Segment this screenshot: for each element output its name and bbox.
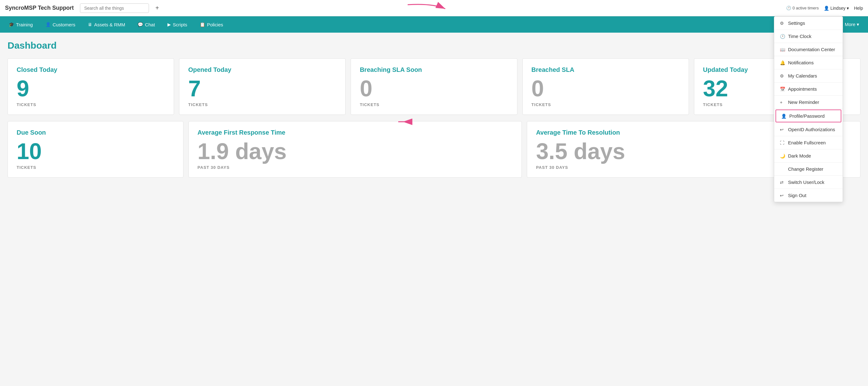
- dropdown-item-documentation[interactable]: 📖 Documentation Center: [774, 43, 843, 56]
- card-title: Due Soon: [17, 129, 174, 136]
- dropdown-item-fullscreen[interactable]: ⛶ Enable Fullscreen: [774, 136, 843, 149]
- card-opened-today[interactable]: Opened Today 7 TICKETS: [179, 58, 346, 115]
- card-title: Average First Response Time: [197, 129, 513, 136]
- card-closed-today[interactable]: Closed Today 9 TICKETS: [7, 58, 174, 115]
- timer-icon: 🕐: [786, 6, 791, 10]
- card-number: 0: [531, 77, 680, 100]
- dashboard-title: Dashboard: [7, 40, 861, 51]
- active-timers[interactable]: 🕐 0 active timers: [786, 6, 819, 10]
- dropdown-item-change-register[interactable]: Change Register: [774, 162, 843, 176]
- settings-icon: ⚙: [780, 21, 785, 26]
- app-title: SyncroMSP Tech Support: [5, 5, 74, 11]
- bell-icon: 🔔: [780, 60, 785, 65]
- navbar: 🎓 Training 👤 Customers 🖥 Assets & RMM 💬 …: [0, 16, 868, 33]
- chevron-down-icon: ▾: [847, 6, 849, 11]
- book-icon: 📖: [780, 47, 785, 52]
- card-due-soon[interactable]: Due Soon 10 TICKETS: [7, 121, 183, 178]
- dropdown-item-appointments[interactable]: 📅 Appointments: [774, 83, 843, 96]
- card-breached-sla[interactable]: Breached SLA 0 TICKETS: [522, 58, 689, 115]
- dropdown-item-notifications[interactable]: 🔔 Notifications: [774, 56, 843, 69]
- add-button[interactable]: +: [153, 3, 161, 13]
- card-number: 1.9 days: [197, 140, 513, 162]
- card-subtitle: PAST 30 DAYS: [197, 165, 513, 170]
- stat-cards-row2: Due Soon 10 TICKETS Average First Respon…: [7, 121, 861, 178]
- calendar-gear-icon: ⚙: [780, 73, 785, 79]
- dropdown-item-settings[interactable]: ⚙ Settings: [774, 17, 843, 30]
- openid-icon: ↩: [780, 127, 785, 132]
- card-title: Opened Today: [188, 66, 337, 73]
- switch-user-icon: ⇄: [780, 180, 785, 185]
- main-content: Dashboard Closed Today 9 TICKETS Opened …: [0, 33, 868, 185]
- dropdown-item-profile-password[interactable]: 👤 Profile/Password: [775, 110, 841, 122]
- card-number: 9: [17, 77, 165, 100]
- nav-item-training[interactable]: 🎓 Training: [2, 16, 39, 33]
- profile-icon: 👤: [781, 114, 786, 119]
- dropdown-item-dark-mode[interactable]: 🌙 Dark Mode: [774, 149, 843, 162]
- dropdown-item-new-reminder[interactable]: + New Reminder: [774, 96, 843, 109]
- user-dropdown-menu: ⚙ Settings 🕐 Time Clock 📖 Documentation …: [774, 16, 843, 185]
- assets-icon: 🖥: [88, 22, 92, 27]
- stat-cards-row: Closed Today 9 TICKETS Opened Today 7 TI…: [7, 58, 861, 115]
- dropdown-item-time-clock[interactable]: 🕐 Time Clock: [774, 30, 843, 43]
- card-title: Breaching SLA Soon: [360, 66, 508, 73]
- moon-icon: 🌙: [780, 153, 785, 158]
- card-title: Breached SLA: [531, 66, 680, 73]
- search-input[interactable]: [80, 3, 149, 13]
- topbar: SyncroMSP Tech Support + 🕐 0 active time…: [0, 0, 868, 16]
- topbar-right: 🕐 0 active timers 👤 Lindsey ▾ Help: [786, 6, 863, 11]
- training-icon: 🎓: [9, 22, 14, 27]
- user-menu-button[interactable]: 👤 Lindsey ▾: [824, 6, 849, 11]
- dropdown-item-openid[interactable]: ↩ OpenID Authorizations: [774, 123, 843, 136]
- card-number: 7: [188, 77, 337, 100]
- card-number: 0: [360, 77, 508, 100]
- card-subtitle: TICKETS: [531, 102, 680, 107]
- policies-icon: 📋: [200, 22, 205, 27]
- card-subtitle: TICKETS: [17, 102, 165, 107]
- dropdown-item-switch-user[interactable]: ⇄ Switch User/Lock: [774, 176, 843, 185]
- user-icon: 👤: [824, 6, 829, 11]
- card-subtitle: TICKETS: [360, 102, 508, 107]
- scripts-icon: ▶: [167, 22, 171, 27]
- card-breaching-sla-soon[interactable]: Breaching SLA Soon 0 TICKETS: [350, 58, 517, 115]
- card-subtitle: TICKETS: [17, 165, 174, 170]
- clock-icon: 🕐: [780, 34, 785, 39]
- nav-item-assets[interactable]: 🖥 Assets & RMM: [82, 16, 131, 33]
- fullscreen-icon: ⛶: [780, 140, 785, 145]
- card-number: 10: [17, 140, 174, 162]
- nav-item-chat[interactable]: 💬 Chat: [131, 16, 161, 33]
- nav-item-policies[interactable]: 📋 Policies: [193, 16, 229, 33]
- help-button[interactable]: Help: [854, 6, 863, 11]
- chat-icon: 💬: [138, 22, 143, 27]
- card-title: Closed Today: [17, 66, 165, 73]
- appointments-icon: 📅: [780, 87, 785, 92]
- dropdown-item-my-calendars[interactable]: ⚙ My Calendars: [774, 69, 843, 83]
- plus-reminder-icon: +: [780, 100, 785, 105]
- customers-icon: 👤: [45, 22, 51, 27]
- nav-item-scripts[interactable]: ▶ Scripts: [161, 16, 193, 33]
- nav-item-customers[interactable]: 👤 Customers: [39, 16, 82, 33]
- card-avg-first-response[interactable]: Average First Response Time 1.9 days PAS…: [188, 121, 522, 178]
- card-subtitle: TICKETS: [188, 102, 337, 107]
